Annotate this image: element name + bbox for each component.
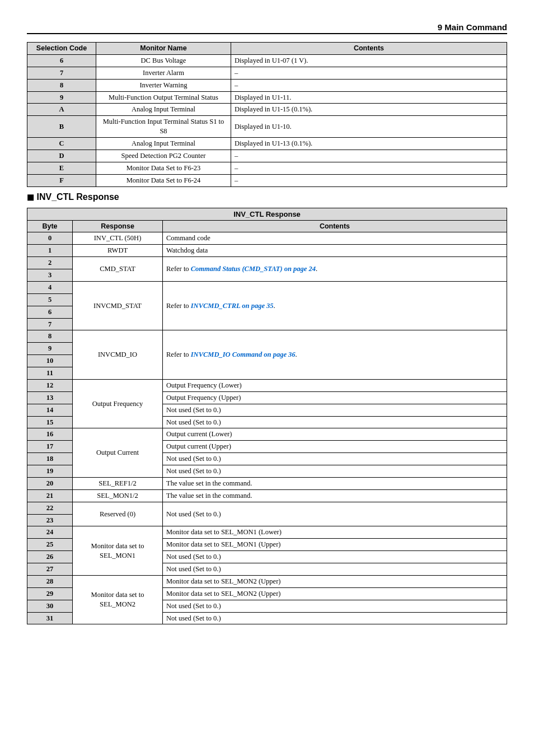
table-row: 22Reserved (0)Not used (Set to 0.) (27, 502, 507, 514)
response-cell: INV_CTL (50H) (73, 232, 163, 245)
byte-cell: 12 (27, 379, 73, 391)
byte-cell: 2 (27, 257, 73, 269)
contents-cell: The value set in the command. (163, 477, 507, 489)
byte-cell: 5 (27, 293, 73, 306)
monitor-name-cell: Analog Input Terminal (96, 138, 231, 150)
table-row: 28Monitor data set to SEL_MON2Monitor da… (27, 575, 507, 587)
byte-cell: 18 (27, 453, 73, 465)
response-cell: INVCMD_IO (73, 330, 163, 380)
contents-cell: – (231, 79, 507, 91)
contents-cell: Output current (Upper) (163, 441, 507, 453)
cross-reference-link[interactable]: INVCMD_CTRL on page 35 (191, 302, 274, 310)
ref-suffix: . (296, 351, 297, 358)
table-row: 4INVCMD_STATRefer to INVCMD_CTRL on page… (27, 281, 507, 293)
contents-cell: Refer to Command Status (CMD_STAT) on pa… (163, 257, 507, 282)
response-cell: Output Frequency (73, 379, 163, 428)
monitor-name-cell: Multi-Function Output Terminal Status (96, 91, 231, 104)
selection-code-cell: A (27, 104, 96, 116)
contents-cell: Not used (Set to 0.) (163, 404, 507, 416)
contents-cell: – (231, 162, 507, 174)
cross-reference-link[interactable]: INVCMD_IO Command on page 36 (191, 351, 296, 358)
response-cell: SEL_MON1/2 (73, 489, 163, 502)
monitor-name-cell: Analog Input Terminal (96, 104, 231, 116)
table-row: EMonitor Data Set to F6-23– (27, 162, 507, 174)
col-contents2: Contents (163, 220, 507, 232)
ref-prefix: Refer to (166, 265, 191, 273)
table-row: CAnalog Input TerminalDisplayed in U1-13… (27, 138, 507, 150)
byte-cell: 24 (27, 526, 73, 539)
byte-cell: 26 (27, 551, 73, 563)
byte-cell: 15 (27, 416, 73, 428)
cross-reference-link[interactable]: Command Status (CMD_STAT) on page 24 (191, 265, 316, 273)
page-section-header: 9 Main Command (27, 22, 507, 32)
table-row: 0INV_CTL (50H)Command code (27, 232, 507, 245)
contents-cell: Displayed in U1-11. (231, 91, 507, 104)
byte-cell: 29 (27, 587, 73, 600)
byte-cell: 28 (27, 575, 73, 587)
contents-cell: Watchdog data (163, 245, 507, 257)
contents-cell: Monitor data set to SEL_MON2 (Upper) (163, 575, 507, 587)
byte-cell: 0 (27, 232, 73, 245)
contents-cell: – (231, 67, 507, 79)
byte-cell: 30 (27, 600, 73, 612)
byte-cell: 13 (27, 391, 73, 404)
square-bullet-icon: ◼ (27, 192, 34, 202)
response-cell: Reserved (0) (73, 502, 163, 526)
inv-ctl-response-caption: INV_CTL Response (27, 208, 507, 220)
table-row: 21SEL_MON1/2The value set in the command… (27, 489, 507, 502)
section-heading-text: INV_CTL Response (36, 192, 119, 202)
byte-cell: 14 (27, 404, 73, 416)
table-row: 2CMD_STATRefer to Command Status (CMD_ST… (27, 257, 507, 269)
response-cell: Monitor data set to SEL_MON2 (73, 575, 163, 624)
table-row: 7Inverter Alarm– (27, 67, 507, 79)
col-contents: Contents (231, 43, 507, 55)
col-monitor-name: Monitor Name (96, 43, 231, 55)
table-row: 12Output FrequencyOutput Frequency (Lowe… (27, 379, 507, 391)
monitor-name-cell: Speed Detection PG2 Counter (96, 150, 231, 162)
contents-cell: Monitor data set to SEL_MON1 (Upper) (163, 539, 507, 551)
contents-cell: Not used (Set to 0.) (163, 551, 507, 563)
contents-cell: Output current (Lower) (163, 428, 507, 441)
selection-code-cell: B (27, 116, 96, 138)
byte-cell: 20 (27, 477, 73, 489)
monitor-name-cell: Inverter Warning (96, 79, 231, 91)
byte-cell: 31 (27, 612, 73, 624)
table-row: 8Inverter Warning– (27, 79, 507, 91)
inv-ctl-response-table: Byte Response Contents 0INV_CTL (50H)Com… (27, 220, 507, 625)
ref-suffix: . (274, 302, 275, 310)
selection-code-cell: 7 (27, 67, 96, 79)
response-cell: Monitor data set to SEL_MON1 (73, 526, 163, 576)
contents-cell: Displayed in U1-13 (0.1%). (231, 138, 507, 150)
byte-cell: 3 (27, 269, 73, 282)
table-row: 20SEL_REF1/2The value set in the command… (27, 477, 507, 489)
table-row: DSpeed Detection PG2 Counter– (27, 150, 507, 162)
contents-cell: Not used (Set to 0.) (163, 416, 507, 428)
response-cell: CMD_STAT (73, 257, 163, 282)
response-cell: SEL_REF1/2 (73, 477, 163, 489)
byte-cell: 1 (27, 245, 73, 257)
byte-cell: 9 (27, 343, 73, 355)
selection-code-cell: 6 (27, 54, 96, 67)
contents-cell: – (231, 174, 507, 186)
contents-cell: Command code (163, 232, 507, 245)
selection-code-cell: 8 (27, 79, 96, 91)
byte-cell: 10 (27, 355, 73, 367)
monitor-name-cell: Inverter Alarm (96, 67, 231, 79)
selection-code-cell: F (27, 174, 96, 186)
contents-cell: Not used (Set to 0.) (163, 453, 507, 465)
table-row: AAnalog Input TerminalDisplayed in U1-15… (27, 104, 507, 116)
col-byte: Byte (27, 220, 73, 232)
contents-cell: Not used (Set to 0.) (163, 465, 507, 478)
inv-ctl-response-heading: ◼ INV_CTL Response (27, 192, 507, 202)
contents-cell: Output Frequency (Lower) (163, 379, 507, 391)
contents-cell: Displayed in U1-07 (1 V). (231, 54, 507, 67)
byte-cell: 16 (27, 428, 73, 441)
selection-code-cell: C (27, 138, 96, 150)
table-row: 6DC Bus VoltageDisplayed in U1-07 (1 V). (27, 54, 507, 67)
ref-prefix: Refer to (166, 302, 191, 310)
contents-cell: Not used (Set to 0.) (163, 612, 507, 624)
byte-cell: 4 (27, 281, 73, 293)
byte-cell: 25 (27, 539, 73, 551)
monitor-name-cell: Monitor Data Set to F6-23 (96, 162, 231, 174)
contents-cell: Output Frequency (Upper) (163, 391, 507, 404)
